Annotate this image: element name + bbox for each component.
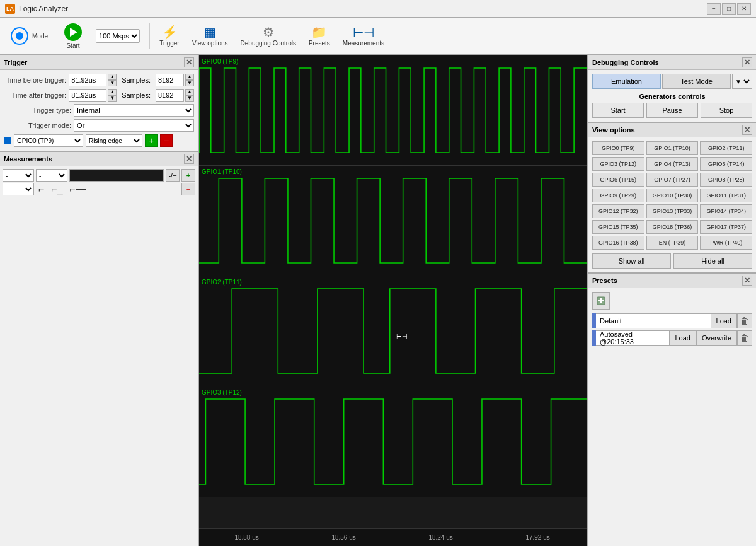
samples-before-label: Samples: bbox=[122, 76, 151, 84]
view-option-btn-12[interactable]: GPIO12 (TP32) bbox=[592, 204, 644, 218]
trigger-channel-select[interactable]: GPIO0 (TP9) GPIO1 (TP10) GPIO2 (TP11) bbox=[14, 134, 83, 147]
trigger-toolbar-button[interactable]: ⚡ Trigger bbox=[154, 20, 185, 52]
time-label-4: -17.92 us bbox=[524, 534, 550, 541]
sample-rate-selector[interactable]: 100 Msps 50 Msps 200 Msps bbox=[90, 20, 146, 52]
start-icon bbox=[64, 23, 82, 41]
view-option-btn-3[interactable]: GPIO3 (TP12) bbox=[592, 157, 644, 171]
channel-color-indicator bbox=[4, 137, 11, 144]
view-options-close[interactable]: ✕ bbox=[742, 125, 752, 135]
measurements-row-1: - - -/+ + bbox=[3, 169, 195, 182]
view-option-btn-2[interactable]: GPIO2 (TP11) bbox=[700, 141, 752, 155]
view-option-btn-18[interactable]: GPIO16 (TP38) bbox=[592, 236, 644, 250]
view-option-btn-10[interactable]: GPIO10 (TP30) bbox=[646, 189, 699, 202]
time-before-up[interactable]: ▲ bbox=[108, 74, 117, 80]
meas-toggle-button[interactable]: -/+ bbox=[166, 169, 180, 182]
presets-title: Presets bbox=[592, 277, 617, 284]
hide-all-button[interactable]: Hide all bbox=[673, 253, 752, 269]
time-after-input-group: 81.92us ▲ ▼ bbox=[69, 89, 117, 102]
preset-name-1: Autosaved @20:15:33 bbox=[596, 330, 669, 346]
debugging-controls-close[interactable]: ✕ bbox=[742, 57, 752, 67]
waveform-channel-gpio2: GPIO2 (TP11) ⊢⊣ bbox=[199, 276, 587, 386]
view-option-btn-4[interactable]: GPIO4 (TP13) bbox=[646, 157, 699, 171]
trigger-type-select[interactable]: Internal External Auto bbox=[74, 104, 194, 117]
preset-load-button-0[interactable]: Load bbox=[711, 313, 737, 328]
center-waveform-area: GPIO0 (TP9) GPIO1 (TP10) GPIO2 (TP11) bbox=[199, 55, 587, 546]
view-option-btn-16[interactable]: GPIO18 (TP36) bbox=[646, 220, 699, 234]
meas-select-1b[interactable]: - bbox=[36, 169, 67, 182]
debug-mode-select[interactable]: ▼ bbox=[732, 74, 752, 89]
test-mode-tab[interactable]: Test Mode bbox=[662, 74, 731, 89]
trigger-mode-select[interactable]: Or And bbox=[74, 119, 194, 132]
show-all-button[interactable]: Show all bbox=[592, 253, 671, 269]
samples-after-up[interactable]: ▲ bbox=[185, 89, 194, 95]
preset-delete-button-0[interactable]: 🗑 bbox=[737, 313, 752, 328]
meas-select-2[interactable]: - bbox=[3, 183, 34, 195]
add-trigger-button[interactable]: + bbox=[145, 134, 158, 147]
presets-toolbar-label: Presets bbox=[309, 40, 330, 47]
generators-stop-button[interactable]: Stop bbox=[701, 103, 752, 118]
view-option-btn-8[interactable]: GPIO8 (TP28) bbox=[700, 173, 752, 187]
view-option-btn-20[interactable]: PWR (TP40) bbox=[700, 236, 752, 250]
right-panel: Debugging Controls ✕ Emulation Test Mode… bbox=[587, 55, 756, 546]
svg-rect-2 bbox=[199, 276, 587, 386]
channel-label-gpio3: GPIO3 (TP12) bbox=[202, 389, 242, 396]
generators-pause-button[interactable]: Pause bbox=[646, 103, 698, 118]
measurements-toolbar-button[interactable]: ⊢⊣ Measurements bbox=[337, 20, 390, 52]
mode-button[interactable]: Mode bbox=[3, 20, 56, 52]
measurements-section: Measurements ✕ - - -/+ + - bbox=[0, 152, 198, 546]
minimize-button[interactable]: − bbox=[707, 3, 721, 15]
waveform-display[interactable]: GPIO0 (TP9) GPIO1 (TP10) GPIO2 (TP11) bbox=[199, 55, 587, 528]
start-button[interactable]: Start bbox=[57, 20, 89, 52]
preset-item-0: DefaultLoad🗑 bbox=[592, 313, 752, 328]
view-options-title: View options bbox=[592, 126, 635, 134]
view-option-btn-5[interactable]: GPIO5 (TP14) bbox=[700, 157, 752, 171]
samples-before-input[interactable]: 8192 bbox=[156, 74, 184, 86]
samples-before-up[interactable]: ▲ bbox=[185, 74, 194, 80]
sample-rate-select[interactable]: 100 Msps 50 Msps 200 Msps bbox=[96, 29, 140, 43]
view-option-btn-17[interactable]: GPIO17 (TP37) bbox=[700, 220, 752, 234]
view-option-btn-19[interactable]: EN (TP39) bbox=[646, 236, 699, 250]
time-before-spinner: ▲ ▼ bbox=[108, 74, 117, 86]
preset-delete-button-1[interactable]: 🗑 bbox=[737, 330, 752, 346]
view-option-btn-13[interactable]: GPIO13 (TP33) bbox=[646, 204, 699, 218]
view-option-btn-15[interactable]: GPIO15 (TP35) bbox=[592, 220, 644, 234]
close-button[interactable]: ✕ bbox=[737, 3, 751, 15]
waveform-svg-gpio3 bbox=[199, 386, 587, 497]
view-option-btn-7[interactable]: GPIO7 (TP27) bbox=[646, 173, 699, 187]
samples-after-down[interactable]: ▼ bbox=[185, 95, 194, 102]
samples-after-input[interactable]: 8192 bbox=[156, 89, 184, 102]
view-options-toolbar-button[interactable]: ▦ View options bbox=[186, 20, 234, 52]
view-option-btn-6[interactable]: GPIO6 (TP15) bbox=[592, 173, 644, 187]
emulation-tab[interactable]: Emulation bbox=[592, 74, 661, 89]
preset-load-button-1[interactable]: Load bbox=[669, 330, 696, 346]
view-option-btn-1[interactable]: GPIO1 (TP10) bbox=[646, 141, 699, 155]
time-before-input[interactable]: 81.92us bbox=[69, 74, 106, 86]
time-before-down[interactable]: ▼ bbox=[108, 80, 117, 86]
view-option-btn-11[interactable]: GPIO11 (TP31) bbox=[700, 189, 752, 202]
meas-select-1a[interactable]: - bbox=[3, 169, 34, 182]
generators-controls-title: Generators controls bbox=[592, 93, 752, 100]
debugging-controls-toolbar-button[interactable]: ⚙ Debugging Controls bbox=[235, 20, 302, 52]
measurements-close-button[interactable]: ✕ bbox=[184, 154, 194, 164]
add-preset-button[interactable] bbox=[592, 292, 610, 310]
time-after-down[interactable]: ▼ bbox=[108, 95, 117, 102]
view-option-btn-0[interactable]: GPIO0 (TP9) bbox=[592, 141, 644, 155]
view-option-btn-9[interactable]: GPIO9 (TP29) bbox=[592, 189, 644, 202]
trigger-header: Trigger ✕ bbox=[0, 55, 198, 70]
generators-start-button[interactable]: Start bbox=[592, 103, 644, 118]
meas-display-1 bbox=[69, 169, 164, 182]
remove-trigger-button[interactable]: − bbox=[160, 134, 173, 147]
view-option-btn-14[interactable]: GPIO14 (TP34) bbox=[700, 204, 752, 218]
samples-before-down[interactable]: ▼ bbox=[185, 80, 194, 86]
meas-add-button[interactable]: + bbox=[181, 169, 195, 182]
maximize-button[interactable]: □ bbox=[722, 3, 736, 15]
preset-overwrite-button-1[interactable]: Overwrite bbox=[696, 330, 737, 346]
presets-toolbar-button[interactable]: 📁 Presets bbox=[303, 20, 336, 52]
time-after-up[interactable]: ▲ bbox=[108, 89, 117, 95]
time-after-input[interactable]: 81.92us bbox=[69, 89, 106, 102]
trigger-edge-select[interactable]: Rising edge Falling edge Either edge bbox=[86, 134, 142, 147]
trigger-close-button[interactable]: ✕ bbox=[184, 57, 194, 67]
measurements-toolbar-label: Measurements bbox=[343, 40, 384, 47]
presets-close[interactable]: ✕ bbox=[742, 276, 752, 286]
meas-remove-button[interactable]: − bbox=[181, 183, 195, 195]
